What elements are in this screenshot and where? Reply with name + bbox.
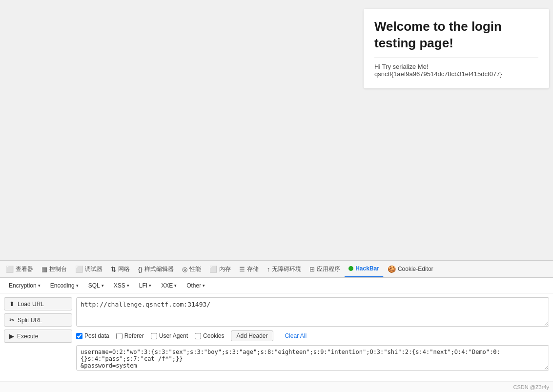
debugger-icon: ⬜	[75, 266, 83, 273]
referer-check[interactable]	[116, 333, 123, 339]
tab-hackbar[interactable]: HackBar	[345, 261, 384, 277]
main-page-area: Welcome to the login testing page! Hi Tr…	[0, 0, 553, 251]
tab-bar: ⬜ 查看器 ▦ 控制台 ⬜ 调试器 ⇅ 网络 {} 样式编辑器 ◎ 性能 ⬜ 内…	[0, 260, 553, 278]
chevron-down-icon: ▾	[76, 283, 79, 288]
tab-style-editor[interactable]: {} 样式编辑器	[134, 261, 178, 277]
execute-icon: ▶	[9, 332, 14, 340]
toolbar-encoding[interactable]: Encoding ▾	[45, 278, 83, 293]
tab-debugger[interactable]: ⬜ 调试器	[71, 261, 107, 277]
post-data-input[interactable]	[76, 345, 549, 371]
bottom-bar: CSDN @Z3r4y	[0, 381, 553, 392]
accessibility-icon: ↑	[267, 266, 270, 273]
apps-icon: ⊞	[309, 266, 315, 273]
tab-inspector[interactable]: ⬜ 查看器	[2, 261, 38, 277]
load-url-icon: ⬆	[9, 300, 15, 308]
toolbar-encryption[interactable]: Encryption ▾	[4, 278, 45, 293]
toolbar-xss[interactable]: XSS ▾	[109, 278, 134, 293]
toolbar-xxe[interactable]: XXE ▾	[156, 278, 182, 293]
referer-checkbox[interactable]: Referer	[116, 332, 144, 339]
tab-apps[interactable]: ⊞ 应用程序	[306, 261, 345, 277]
toolbar-lfi[interactable]: LFI ▾	[134, 278, 156, 293]
chevron-down-icon: ▾	[102, 283, 104, 288]
clear-all-button[interactable]: Clear All	[280, 331, 312, 341]
tab-performance[interactable]: ◎ 性能	[178, 261, 205, 277]
cookies-check[interactable]	[195, 333, 201, 339]
credit-text: CSDN @Z3r4y	[513, 384, 549, 390]
toolbar-sql[interactable]: SQL ▾	[83, 278, 109, 293]
toolbar-other[interactable]: Other ▾	[182, 278, 210, 293]
chevron-down-icon: ▾	[174, 283, 177, 288]
tab-cookie-editor[interactable]: 🍪 Cookie-Editor	[384, 261, 438, 277]
execute-button[interactable]: ▶ Execute	[4, 330, 72, 343]
devtools-panel: ⬜ 查看器 ▦ 控制台 ⬜ 调试器 ⇅ 网络 {} 样式编辑器 ◎ 性能 ⬜ 内…	[0, 260, 553, 392]
add-header-button[interactable]: Add Header	[231, 330, 273, 341]
network-icon: ⇅	[111, 266, 116, 273]
storage-icon: ☰	[239, 266, 245, 273]
tab-storage[interactable]: ☰ 存储	[235, 261, 263, 277]
memory-icon: ⬜	[209, 266, 217, 273]
tab-console[interactable]: ▦ 控制台	[38, 261, 71, 277]
checkbox-row: Post data Referer User Agent Cookies Add…	[76, 330, 549, 341]
left-buttons: ⬆ Load URL ✂ Split URL ▶ Execute	[4, 297, 72, 377]
user-agent-check[interactable]	[151, 333, 157, 339]
user-agent-checkbox[interactable]: User Agent	[151, 332, 188, 339]
post-data-check[interactable]	[76, 333, 82, 339]
tab-network[interactable]: ⇅ 网络	[107, 261, 134, 277]
post-data-checkbox[interactable]: Post data	[76, 332, 109, 339]
url-input[interactable]	[76, 297, 549, 327]
perf-icon: ◎	[182, 266, 187, 273]
console-icon: ▦	[41, 266, 47, 273]
chevron-down-icon: ▾	[203, 283, 205, 288]
tab-memory[interactable]: ⬜ 内存	[205, 261, 235, 277]
chevron-down-icon: ▾	[149, 283, 151, 288]
welcome-title: Welcome to the login testing page!	[374, 19, 538, 52]
divider	[374, 58, 538, 58]
cookies-checkbox[interactable]: Cookies	[195, 332, 224, 339]
split-url-button[interactable]: ✂ Split URL	[4, 313, 72, 327]
welcome-card: Welcome to the login testing page! Hi Tr…	[364, 9, 549, 88]
style-icon: {}	[138, 266, 143, 273]
load-url-button[interactable]: ⬆ Load URL	[4, 297, 72, 310]
inspector-icon: ⬜	[6, 266, 14, 273]
chevron-down-icon: ▾	[127, 283, 129, 288]
hackbar-content: ⬆ Load URL ✂ Split URL ▶ Execute Post da…	[0, 293, 553, 381]
hackbar-toolbar: Encryption ▾ Encoding ▾ SQL ▾ XSS ▾ LFI …	[0, 278, 553, 293]
welcome-subtitle: Hi Try serialize Me! qsnctf{1aef9a967951…	[374, 63, 538, 78]
tab-accessibility[interactable]: ↑ 无障碍环境	[263, 261, 306, 277]
cookie-icon: 🍪	[388, 265, 396, 273]
chevron-down-icon: ▾	[38, 283, 41, 288]
split-url-icon: ✂	[9, 316, 15, 324]
hackbar-dot-icon	[348, 266, 353, 271]
right-area: Post data Referer User Agent Cookies Add…	[76, 297, 549, 377]
